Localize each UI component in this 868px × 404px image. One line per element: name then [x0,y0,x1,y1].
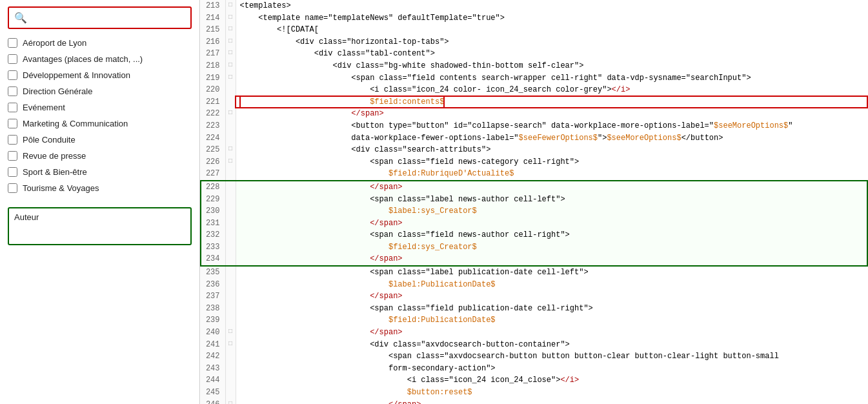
fold-button[interactable] [225,374,236,387]
fold-button[interactable] [225,279,236,291]
code-content: <template name="templateNews" defaultTem… [236,12,867,25]
category-checkbox[interactable] [8,167,17,177]
code-table: 213□<templates>214□ <template name="temp… [200,0,868,404]
fold-button[interactable]: □ [225,108,236,120]
line-number: 229 [201,194,225,206]
fold-button[interactable] [225,241,236,254]
fold-button[interactable]: □ [225,339,236,351]
category-checkbox[interactable] [8,103,17,112]
code-content: <span class="field news-author cell-righ… [236,229,867,241]
code-line: 241□ <div class="axvdocsearch-button-con… [201,339,867,351]
line-number: 213 [201,0,225,12]
fold-button[interactable]: □ [225,156,236,168]
fold-button[interactable]: □ [225,0,236,12]
code-line: 245 $button:reset$ [201,387,867,399]
line-number: 244 [201,374,225,387]
code-line: 236 $label:PublicationDate$ [201,279,867,291]
fold-button[interactable] [225,266,236,279]
fold-button[interactable] [225,303,236,315]
checkbox-item: Marketing & Communication [8,119,192,128]
checkbox-item: Direction Générale [8,86,192,96]
search-input[interactable] [31,13,185,23]
fold-button[interactable] [225,181,236,194]
code-content: $field:sys_Creator$ [236,241,867,254]
code-content: <i class="icon_24 icon_24_close"></i> [236,374,867,387]
auteur-input[interactable] [14,225,185,240]
code-content: $field:PublicationDate$ [236,314,867,327]
line-number: 242 [201,350,225,363]
search-box[interactable]: 🔍 [8,6,192,29]
category-checkbox[interactable] [8,183,17,193]
line-number: 232 [201,229,225,241]
fold-button[interactable] [225,120,236,132]
fold-button[interactable] [225,132,236,145]
category-checkbox[interactable] [8,54,17,64]
code-line: 240□ </span> [201,327,867,339]
fold-button[interactable]: □ [225,144,236,156]
code-line: 232 <span class="field news-author cell-… [201,229,867,241]
code-content: <div class="tabl-content"> [236,48,867,60]
checkbox-item: Tourisme & Voyages [8,183,192,193]
category-checkbox[interactable] [8,151,17,161]
fold-button[interactable]: □ [225,60,236,72]
fold-button[interactable] [225,229,236,241]
fold-button[interactable]: □ [225,36,236,48]
search-icon: 🔍 [14,12,27,24]
fold-button[interactable] [225,194,236,206]
code-content: <button type="button" id="collapse-searc… [236,120,867,132]
fold-button[interactable] [225,205,236,217]
line-number: 224 [201,132,225,145]
fold-button[interactable]: □ [225,327,236,339]
category-checkbox[interactable] [8,135,17,145]
line-number: 234 [201,253,225,266]
fold-button[interactable] [225,168,236,181]
category-label: Evénement [23,103,65,112]
line-number: 240 [201,327,225,339]
fold-button[interactable] [225,84,236,96]
line-number: 245 [201,387,225,399]
category-checkbox[interactable] [8,70,17,80]
line-number: 239 [201,314,225,327]
fold-button[interactable] [225,290,236,303]
fold-button[interactable]: □ [225,12,236,25]
code-panel: 213□<templates>214□ <template name="temp… [200,0,868,404]
fold-button[interactable] [225,96,236,108]
line-number: 233 [201,241,225,254]
category-checkbox[interactable] [8,86,17,96]
code-content: <![CDATA[ [236,24,867,36]
fold-button[interactable]: □ [225,24,236,36]
code-line: 246□ </span> [201,399,867,404]
code-content: <templates> [236,0,867,12]
fold-button[interactable]: □ [225,72,236,85]
line-number: 243 [201,363,225,375]
fold-button[interactable] [225,314,236,327]
line-number: 215 [201,24,225,36]
line-number: 227 [201,168,225,181]
category-label: Direction Générale [23,86,92,96]
category-label: Aéroport de Lyon [23,38,86,48]
category-label: Sport & Bien-être [23,167,87,177]
category-checkbox[interactable] [8,38,17,48]
category-label: Marketing & Communication [23,119,128,128]
fold-button[interactable]: □ [225,399,236,404]
code-line: 218□ <div class="bg-white shadowed-thin-… [201,60,867,72]
line-number: 228 [201,181,225,194]
line-number: 238 [201,303,225,315]
code-content: </span> [236,290,867,303]
code-content: </span> [236,253,867,266]
fold-button[interactable] [225,253,236,266]
fold-button[interactable] [225,363,236,375]
line-number: 216 [201,36,225,48]
line-number: 226 [201,156,225,168]
fold-button[interactable] [225,217,236,230]
checkbox-item: Aéroport de Lyon [8,38,192,48]
fold-button[interactable]: □ [225,48,236,60]
line-number: 246 [201,399,225,404]
code-line: 235 <span class="label publication-date … [201,266,867,279]
code-line: 229 <span class="label news-author cell-… [201,194,867,206]
fold-button[interactable] [225,387,236,399]
fold-button[interactable] [225,350,236,363]
code-line: 237 </span> [201,290,867,303]
checkbox-item: Sport & Bien-être [8,167,192,177]
category-checkbox[interactable] [8,119,17,128]
